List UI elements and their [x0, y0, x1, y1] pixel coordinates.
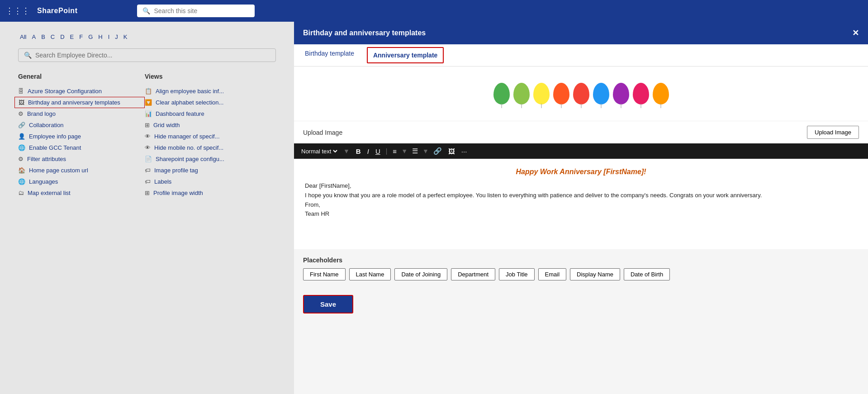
balloon-2 [533, 83, 550, 104]
menu-item-label: Sharepoint page configu... [156, 156, 224, 162]
tab-birthday-template[interactable]: Birthday template [303, 44, 356, 66]
editor-toolbar: Normal text ▼ B I U | ≡ ▼ ☰ ▼ 🔗 🖼 ··· [294, 143, 868, 159]
menu-icon: ⊞ [145, 190, 150, 196]
balloon-6 [613, 83, 629, 104]
tab-anniversary-template[interactable]: Anniversary template [367, 47, 444, 63]
general-item-collaboration[interactable]: 🔗Collaboration [18, 119, 145, 131]
general-item-brand-logo[interactable]: ⚙Brand logo [18, 108, 145, 119]
menu-icon: ⊞ [145, 122, 150, 128]
text-format-select[interactable]: Normal text [299, 147, 339, 155]
menu-icon: 📄 [145, 156, 152, 162]
top-navigation: ⋮⋮⋮ SharePoint 🔍 [0, 0, 868, 22]
placeholder-date-of-joining[interactable]: Date of Joining [394, 268, 447, 280]
align-button[interactable]: ≡ [391, 147, 398, 156]
upload-image-button[interactable]: Upload Image [807, 126, 859, 139]
views-item-profile-image-width[interactable]: ⊞Profile image width [145, 187, 276, 199]
menu-item-label: Dashboard feature [156, 110, 204, 117]
balloons-container [492, 83, 670, 104]
employee-search-input[interactable] [35, 52, 126, 59]
alpha-letter-g[interactable]: G [86, 33, 95, 41]
email-body: Dear [FirstName],I hope you know that yo… [305, 181, 857, 219]
menu-item-label: Map external list [28, 190, 71, 196]
email-line-2: From, [305, 200, 857, 210]
menu-item-label: Filter attributes [27, 156, 66, 162]
placeholder-date-of-birth[interactable]: Date of Birth [624, 268, 670, 280]
alpha-letter-i[interactable]: I [106, 33, 112, 41]
alpha-letter-d[interactable]: D [58, 33, 66, 41]
menu-item-label: Brand logo [27, 110, 56, 117]
views-item-grid-width[interactable]: ⊞Grid width [145, 119, 276, 131]
placeholder-first-name[interactable]: First Name [303, 268, 346, 280]
alphabet-navigation: AllABCDEFGHIJK [0, 29, 294, 45]
divider: | [386, 147, 388, 155]
alpha-letter-b[interactable]: B [39, 33, 47, 41]
menu-item-label: Collaboration [29, 122, 64, 128]
views-item-clear-alphabet-selection...[interactable]: 🔽Clear alphabet selection... [145, 97, 276, 108]
alpha-letter-a[interactable]: A [30, 33, 38, 41]
menu-icon: 🏷 [145, 178, 151, 185]
views-item-align-employee-basic-inf...[interactable]: 📋Align employee basic inf... [145, 85, 276, 97]
save-button[interactable]: Save [303, 295, 353, 313]
menu-item-label: Home page custom url [29, 167, 88, 174]
list-button[interactable]: ☰ [410, 146, 420, 156]
balloon-0 [493, 83, 510, 104]
general-item-azure-storage-configuration[interactable]: 🗄Azure Storage Configuration [18, 85, 145, 97]
placeholder-department[interactable]: Department [451, 268, 495, 280]
general-item-filter-attributes[interactable]: ⚙Filter attributes [18, 153, 145, 165]
views-item-sharepoint-page-configu...[interactable]: 📄Sharepoint page configu... [145, 153, 276, 165]
bold-button[interactable]: B [354, 147, 363, 156]
search-input[interactable] [154, 7, 244, 14]
menu-item-label: Grid width [153, 122, 180, 128]
balloon-8 [653, 83, 669, 104]
general-item-birthday-and-anniversary-templ[interactable]: 🖼Birthday and anniversary templates [14, 97, 145, 108]
balloon-5 [593, 83, 609, 104]
alpha-letter-h[interactable]: H [96, 33, 104, 41]
placeholder-grid: First NameLast NameDate of JoiningDepart… [303, 268, 859, 280]
general-item-employee-info-page[interactable]: 👤Employee info page [18, 131, 145, 142]
alpha-letter-f[interactable]: F [77, 33, 85, 41]
underline-button[interactable]: U [374, 147, 382, 156]
image-button[interactable]: 🖼 [446, 147, 457, 156]
alpha-letter-c[interactable]: C [49, 33, 57, 41]
placeholder-last-name[interactable]: Last Name [349, 268, 391, 280]
alpha-letter-all[interactable]: All [18, 33, 28, 41]
link-button[interactable]: 🔗 [432, 146, 444, 156]
alpha-letter-j[interactable]: J [113, 33, 120, 41]
search-icon: 🔍 [24, 52, 32, 59]
email-editor[interactable]: Happy Work Anniversary [FirstName]! Dear… [294, 159, 868, 249]
menu-item-label: Enable GCC Tenant [29, 144, 81, 151]
menu-icon: 🏠 [18, 167, 25, 174]
modal-title: Birthday and anniversary templates [303, 29, 426, 37]
general-item-home-page-custom-url[interactable]: 🏠Home page custom url [18, 165, 145, 176]
general-item-enable-gcc-tenant[interactable]: 🌐Enable GCC Tenant [18, 142, 145, 153]
views-item-labels[interactable]: 🏷Labels [145, 176, 276, 187]
balloon-1 [513, 83, 530, 104]
general-item-map-external-list[interactable]: 🗂Map external list [18, 187, 145, 199]
placeholder-job-title[interactable]: Job Title [499, 268, 534, 280]
views-item-hide-mobile-no.-of-specif...[interactable]: 👁Hide mobile no. of specif... [145, 142, 276, 153]
menu-item-label: Image profile tag [154, 167, 198, 174]
general-item-languages[interactable]: 🌐Languages [18, 176, 145, 187]
menu-icon: 🔽 [145, 99, 152, 106]
views-header: Views [145, 73, 276, 80]
italic-button[interactable]: I [365, 147, 371, 156]
general-column: General 🗄Azure Storage Configuration🖼Bir… [18, 73, 145, 199]
grid-icon[interactable]: ⋮⋮⋮ [5, 6, 30, 16]
placeholder-email[interactable]: Email [538, 268, 567, 280]
menu-icon: 🖼 [19, 99, 24, 106]
email-line-1: I hope you know that you are a role mode… [305, 191, 857, 200]
menu-item-label: Hide manager of specif... [154, 133, 220, 140]
save-area: Save [294, 288, 868, 321]
views-item-hide-manager-of-specif...[interactable]: 👁Hide manager of specif... [145, 131, 276, 142]
brand-name: SharePoint [37, 7, 77, 15]
placeholders-section: Placeholders First NameLast NameDate of … [294, 249, 868, 288]
more-button[interactable]: ··· [460, 147, 469, 156]
close-icon[interactable]: ✕ [852, 28, 859, 38]
alpha-letter-e[interactable]: E [68, 33, 76, 41]
menu-icon: 👁 [145, 144, 151, 151]
placeholder-display-name[interactable]: Display Name [570, 268, 620, 280]
views-item-dashboard-feature[interactable]: 📊Dashboard feature [145, 108, 276, 119]
views-item-image-profile-tag[interactable]: 🏷Image profile tag [145, 165, 276, 176]
search-bar: 🔍 [137, 5, 255, 17]
alpha-letter-k[interactable]: K [122, 33, 129, 41]
